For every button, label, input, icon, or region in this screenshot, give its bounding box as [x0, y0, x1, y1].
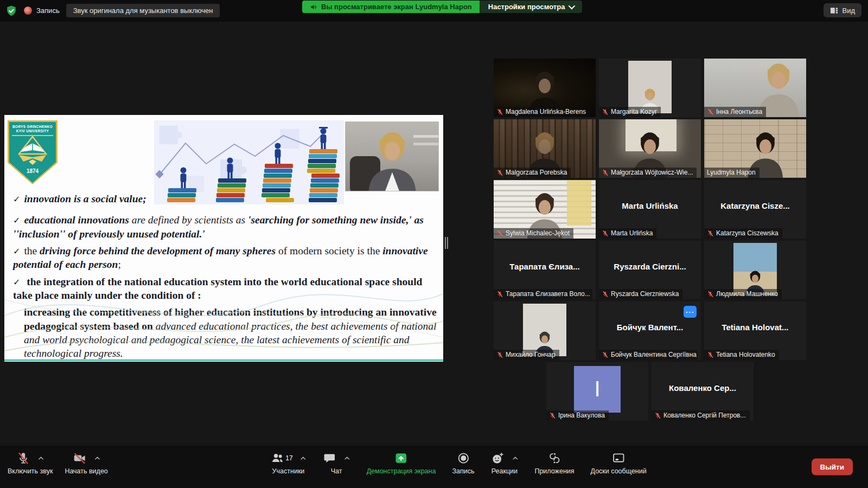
participant-name-label: Бойчук Валентина Сергіївна	[599, 350, 698, 360]
leave-meeting-button[interactable]: Выйти	[812, 459, 853, 476]
muted-mic-icon	[496, 169, 503, 176]
toolbar-label: Демонстрация экрана	[367, 467, 436, 475]
participant-tile[interactable]: Lyudmyla Hapon	[704, 119, 806, 178]
participant-name-label: Ірина Вакулова	[546, 410, 609, 421]
recording-indicator: Запись	[24, 7, 60, 15]
participant-name-center: Ryszarda Cierzni...	[599, 241, 701, 292]
viewing-banner-text: Вы просматриваете экран Lyudmyla Hapon	[321, 3, 472, 11]
logo-year: 1874	[8, 168, 58, 174]
muted-mic-icon	[496, 230, 503, 237]
toolbar-start-video-button[interactable]: Начать видео	[65, 451, 107, 475]
more-options-button[interactable]: ···	[684, 306, 697, 318]
participants-count: 17	[285, 454, 292, 462]
participant-tile[interactable]: IІрина Вакулова	[546, 362, 648, 421]
slide-bullet: ✓the driving force behind the developmen…	[13, 244, 438, 272]
toolbar-whiteboards-button[interactable]: Доски сообщений	[591, 451, 647, 475]
original-sound-button[interactable]: Звук оригинала для музыкантов выключен	[66, 4, 220, 17]
participant-tile[interactable]: Коваленко Сер...Коваленко Сергій Петров.…	[652, 362, 754, 421]
muted-mic-icon	[496, 108, 503, 115]
participant-tile[interactable]: Ryszarda Cierzni...Ryszarda Cierzniewska	[599, 241, 701, 299]
toolbar-share-screen-button[interactable]: Демонстрация экрана	[367, 451, 436, 475]
presenter-video[interactable]	[346, 122, 438, 191]
view-settings-label: Настройки просмотра	[488, 3, 565, 11]
toolbar-label: Чат	[331, 467, 342, 475]
chevron-up-icon[interactable]	[344, 456, 350, 460]
slide-bullet: ✓innovation is a social value;	[13, 192, 438, 206]
screen-viewing-banner: Вы просматриваете экран Lyudmyla Hapon Н…	[302, 1, 582, 13]
participant-name-label: Małgorzata Wójtowicz-Wie...	[599, 168, 697, 178]
muted-mic-icon	[602, 108, 609, 115]
toolbar-chat-button[interactable]: Чат	[323, 451, 350, 475]
open-book-emblem	[16, 136, 49, 166]
toolbar-participants-button[interactable]: 17Участники	[270, 451, 306, 475]
participant-photo	[628, 61, 672, 113]
view-button-label: Вид	[842, 7, 855, 15]
muted-mic-icon	[602, 291, 609, 298]
participant-tile[interactable]: Marta UrlińskaMarta Urlińska	[599, 180, 701, 239]
view-button[interactable]: Вид	[824, 3, 861, 17]
view-settings-dropdown[interactable]: Настройки просмотра	[480, 1, 583, 13]
toolbar-label: Запись	[452, 467, 474, 475]
muted-mic-icon	[602, 351, 609, 358]
participant-tile[interactable]: Sylwia Michalec-Jękot	[494, 180, 596, 239]
meeting-toolbar: Включить звукНачать видео 17УчастникиЧат…	[0, 446, 868, 488]
toolbar-apps-button[interactable]: Приложения	[534, 451, 574, 475]
slide-text: ✓innovation is a social value;✓education…	[13, 192, 438, 362]
toolbar-unmute-button[interactable]: Включить звук	[8, 451, 53, 475]
muted-mic-icon	[707, 108, 714, 115]
muted-mic-icon	[707, 230, 714, 237]
chat-icon	[323, 451, 337, 465]
participant-name-label: Sylwia Michalec-Jękot	[494, 228, 573, 239]
gallery-view-icon	[830, 7, 838, 15]
slide-bullet: ✓ the integration of the national educat…	[13, 275, 438, 303]
participant-tile[interactable]: Інна Леонтьєва	[704, 59, 806, 117]
participant-name-label: Malgorzata Porebska	[494, 168, 571, 178]
panel-resize-handle[interactable]	[445, 237, 448, 249]
participant-tile[interactable]: Margarita Kozyr	[599, 59, 701, 117]
muted-mic-icon	[602, 230, 609, 237]
university-logo: BORYS GRINCHENKO KYIV UNIVERSITY 1874	[8, 120, 58, 184]
chevron-up-icon[interactable]	[512, 456, 518, 460]
muted-mic-icon	[496, 291, 503, 298]
participant-name-center: Marta Urlińska	[599, 180, 701, 231]
logo-line2: KYIV UNIVERSITY	[8, 129, 58, 133]
participant-name-label: Tetiana Holovatenko	[704, 350, 779, 360]
security-shield-icon[interactable]	[5, 5, 17, 17]
participant-name-center: Коваленко Сер...	[652, 362, 754, 413]
logo-line1: BORYS GRINCHENKO	[8, 125, 58, 129]
participant-tile[interactable]: Бойчук Валент...···Бойчук Валентина Серг…	[599, 301, 701, 360]
participant-tile[interactable]: Malgorzata Porebska	[494, 119, 596, 178]
video-muted-icon	[73, 451, 87, 465]
participant-name-label: Тарапата Єлизавета Воло...	[494, 289, 592, 299]
chevron-up-icon[interactable]	[301, 456, 307, 460]
record-dot-icon	[24, 7, 32, 15]
toolbar-record-button[interactable]: Запись	[452, 451, 474, 475]
participant-tile[interactable]: Katarzyna Cisze...Katarzyna Ciszewska	[704, 180, 806, 239]
record-icon	[456, 451, 470, 465]
muted-mic-icon	[654, 412, 661, 419]
chevron-up-icon[interactable]	[94, 456, 100, 460]
participant-name-label: Marta Urlińska	[599, 228, 656, 239]
muted-mic-icon	[549, 412, 556, 419]
participant-tile[interactable]: Tetiana Holovat...Tetiana Holovatenko	[704, 301, 806, 360]
toolbar-reactions-button[interactable]: Реакции	[490, 451, 518, 475]
participant-name-center: Katarzyna Cisze...	[704, 180, 806, 231]
muted-mic-icon	[496, 351, 503, 358]
participant-name-center: Tetiana Holovat...	[704, 301, 806, 352]
slide-bullet: increasing the competitiveness of higher…	[13, 305, 438, 360]
participant-tile[interactable]: Людмила Машненко	[704, 241, 806, 299]
participant-tile[interactable]: Тарапата Єлиза...Тарапата Єлизавета Воло…	[494, 241, 596, 299]
participant-tile[interactable]: Михайло Гончар	[494, 301, 596, 360]
participants-grid-last-row: IІрина ВакуловаКоваленко Сер...Коваленко…	[494, 362, 806, 421]
participant-tile[interactable]: Małgorzata Wójtowicz-Wie...	[599, 119, 701, 178]
people-icon	[270, 451, 284, 465]
zoom-meeting-window: Запись Звук оригинала для музыкантов вык…	[0, 0, 868, 488]
participant-name-label: Margarita Kozyr	[599, 107, 661, 117]
participants-grid: Magdalena Urlińska-Berens Margarita Kozy…	[494, 59, 806, 360]
participant-name-label: Katarzyna Ciszewska	[704, 228, 782, 239]
chevron-up-icon[interactable]	[38, 456, 44, 460]
presenter-silhouette	[356, 126, 428, 191]
chevron-down-icon	[569, 3, 576, 10]
participant-photo	[733, 243, 777, 296]
participant-tile[interactable]: Magdalena Urlińska-Berens	[494, 59, 596, 117]
